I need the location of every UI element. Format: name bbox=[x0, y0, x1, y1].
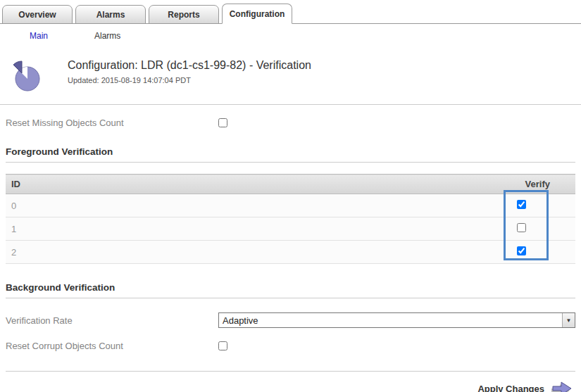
sub-navigation: Main Alarms bbox=[0, 24, 581, 48]
apply-changes-arrow-icon[interactable] bbox=[550, 380, 574, 392]
foreground-verification-heading: Foreground Verification bbox=[6, 146, 575, 157]
row-id: 2 bbox=[6, 241, 144, 264]
table-row: 1 bbox=[6, 217, 575, 241]
tab-bar: Overview Alarms Reports Configuration bbox=[0, 0, 581, 24]
divider bbox=[6, 371, 575, 372]
tab-configuration[interactable]: Configuration bbox=[222, 4, 292, 24]
header-text: Configuration: LDR (dc1-cs1-99-82) - Ver… bbox=[68, 59, 311, 84]
page-title: Configuration: LDR (dc1-cs1-99-82) - Ver… bbox=[68, 59, 311, 72]
tab-alarms[interactable]: Alarms bbox=[75, 5, 146, 24]
verification-rate-label: Verification Rate bbox=[6, 315, 218, 326]
reset-missing-objects-row: Reset Missing Objects Count bbox=[6, 118, 575, 128]
verification-rate-select[interactable]: Adaptive ▼ bbox=[218, 312, 575, 328]
verify-checkbox[interactable] bbox=[517, 246, 526, 255]
divider bbox=[6, 298, 575, 298]
select-value: Adaptive bbox=[219, 315, 258, 326]
row-id: 0 bbox=[6, 194, 144, 217]
verify-checkbox[interactable] bbox=[517, 223, 526, 232]
verify-checkbox[interactable] bbox=[517, 200, 526, 209]
reset-corrupt-objects-row: Reset Corrupt Objects Count bbox=[6, 341, 575, 351]
verification-table: ID Verify 0 1 2 bbox=[6, 174, 575, 264]
id-column-header: ID bbox=[6, 175, 144, 194]
row-id: 1 bbox=[6, 217, 144, 241]
tab-overview[interactable]: Overview bbox=[2, 5, 73, 24]
page-header: Configuration: LDR (dc1-cs1-99-82) - Ver… bbox=[0, 48, 581, 104]
reset-corrupt-objects-checkbox[interactable] bbox=[218, 341, 227, 350]
apply-changes-button[interactable]: Apply Changes bbox=[477, 384, 544, 392]
verify-column-header: Verify bbox=[144, 175, 576, 194]
background-verification-heading: Background Verification bbox=[6, 282, 575, 293]
chevron-down-icon: ▼ bbox=[562, 313, 575, 327]
apply-changes-row: Apply Changes bbox=[6, 380, 575, 392]
subnav-alarms[interactable]: Alarms bbox=[94, 31, 120, 41]
tab-reports[interactable]: Reports bbox=[149, 5, 219, 24]
subnav-main[interactable]: Main bbox=[30, 31, 48, 41]
verification-rate-row: Verification Rate Adaptive ▼ bbox=[6, 312, 575, 328]
reset-missing-objects-checkbox[interactable] bbox=[218, 118, 227, 127]
reset-missing-objects-label: Reset Missing Objects Count bbox=[6, 118, 218, 128]
table-row: 2 bbox=[6, 241, 575, 264]
table-row: 0 bbox=[6, 194, 575, 217]
divider bbox=[0, 104, 581, 105]
reset-corrupt-objects-label: Reset Corrupt Objects Count bbox=[6, 341, 218, 351]
divider bbox=[6, 162, 575, 163]
table-header-row: ID Verify bbox=[6, 175, 575, 194]
updated-timestamp: Updated: 2015-08-19 14:07:04 PDT bbox=[68, 76, 311, 84]
pie-chart-icon bbox=[7, 59, 44, 93]
main-content: Reset Missing Objects Count Foreground V… bbox=[0, 118, 581, 392]
